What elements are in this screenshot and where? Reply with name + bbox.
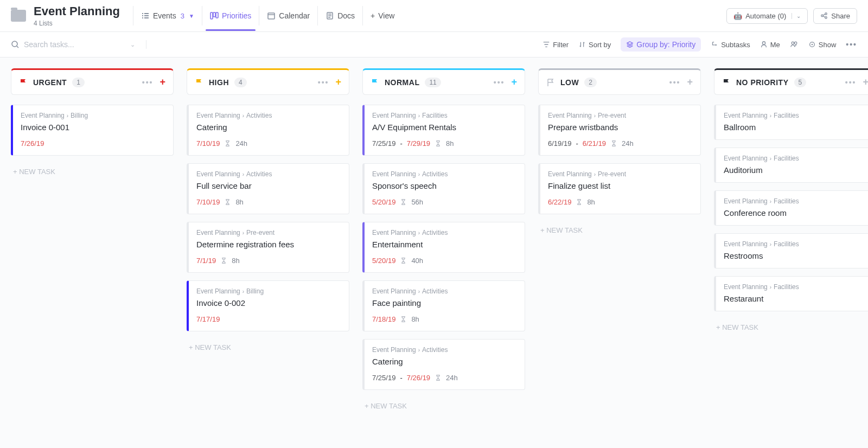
automate-button[interactable]: 🤖 Automate (0) ⌄ [726, 8, 808, 24]
card-title: Finalize guest list [548, 181, 693, 190]
breadcrumb: Event Planning›Activities [372, 229, 517, 236]
card-meta: 7/17/19 [196, 315, 341, 323]
subtask-icon [711, 41, 718, 48]
share-button[interactable]: Share [813, 8, 857, 24]
svg-point-10 [762, 42, 765, 44]
card-title: Invoice 0-002 [196, 298, 341, 308]
column-more-button[interactable]: ••• [669, 78, 681, 87]
breadcrumb: Event Planning›Activities [196, 112, 341, 119]
card-title: Catering [372, 357, 517, 366]
chevron-down-icon[interactable]: ⌄ [126, 41, 139, 48]
column-add-button[interactable]: + [335, 76, 341, 88]
card-title: Invoice 0-001 [21, 123, 165, 132]
tab-calendar[interactable]: Calendar [259, 6, 318, 25]
column-low: LOW 2 ••• + Event Planning›Pre-event Pre… [538, 68, 701, 239]
task-card[interactable]: Event Planning›Facilities Restaraunt [714, 276, 868, 311]
column-header-urgent: URGENT 1 ••• + [11, 68, 174, 95]
task-card[interactable]: Event Planning›Billing Invoice 0-002 7/1… [187, 280, 349, 331]
column-more-button[interactable]: ••• [318, 78, 329, 87]
svg-point-6 [825, 13, 827, 15]
card-date: 5/20/19 [372, 257, 395, 265]
svg-rect-3 [268, 13, 275, 19]
column-count: 5 [794, 78, 807, 87]
tab-events-label: Events [153, 11, 176, 20]
task-card[interactable]: Event Planning›Activities Catering 7/10/… [187, 105, 349, 156]
new-task-button[interactable]: + NEW TASK [362, 398, 525, 414]
subtasks-button[interactable]: Subtasks [711, 41, 750, 49]
board-icon [210, 11, 219, 20]
sort-icon [578, 41, 586, 48]
assignees-button[interactable] [790, 41, 799, 48]
card-date: 7/25/19 [372, 374, 395, 382]
card-title: Auditorium [724, 165, 868, 175]
column-count: 1 [72, 78, 85, 87]
task-card[interactable]: Event Planning›Activities Sponsor's spee… [362, 163, 525, 214]
column-header-high: HIGH 4 ••• + [187, 68, 349, 95]
column-add-button[interactable]: + [511, 76, 517, 88]
task-card[interactable]: Event Planning›Facilities A/V Equipment … [362, 105, 525, 156]
folder-icon [11, 10, 26, 22]
task-card[interactable]: Event Planning›Pre-event Prepare wristba… [538, 105, 701, 156]
new-task-button[interactable]: + NEW TASK [187, 339, 349, 356]
toolbar: ⌄ Filter Sort by Group by: Priority Subt… [0, 32, 868, 57]
header-bar: Event Planning 4 Lists Events 3 ▼ Priori… [0, 0, 868, 32]
card-date: 6/22/19 [548, 198, 571, 206]
task-card[interactable]: Event Planning›Facilities Auditorium [714, 148, 868, 183]
column-more-button[interactable]: ••• [142, 78, 154, 87]
new-task-button[interactable]: + NEW TASK [538, 222, 701, 239]
more-button[interactable]: ••• [846, 40, 857, 49]
breadcrumb: Event Planning›Facilities [724, 197, 868, 205]
tab-docs[interactable]: Docs [318, 6, 363, 25]
task-card[interactable]: Event Planning›Activities Full service b… [187, 163, 349, 214]
task-card[interactable]: Event Planning›Activities Entertainment … [362, 222, 525, 273]
column-add-button[interactable]: + [687, 76, 693, 88]
card-hours: 24h [446, 374, 458, 382]
card-title: Sponsor's speech [372, 181, 517, 190]
breadcrumb: Event Planning›Facilities [372, 112, 517, 119]
card-hours: 40h [411, 257, 423, 265]
hourglass-icon [220, 257, 227, 264]
card-date-end: 7/26/19 [407, 374, 430, 382]
robot-icon: 🤖 [733, 12, 742, 20]
column-more-button[interactable]: ••• [845, 78, 857, 87]
card-meta: 6/22/198h [548, 198, 693, 206]
column-add-button[interactable]: + [863, 76, 868, 88]
card-title: Ballroom [724, 123, 868, 132]
user-icon [760, 41, 768, 48]
task-card[interactable]: Event Planning›Pre-event Determine regis… [187, 222, 349, 273]
new-task-button[interactable]: + NEW TASK [714, 319, 868, 336]
filter-button[interactable]: Filter [542, 41, 569, 49]
svg-point-14 [811, 44, 813, 46]
task-card[interactable]: Event Planning›Facilities Ballroom [714, 105, 868, 140]
add-view-button[interactable]: + View [363, 6, 402, 25]
me-button[interactable]: Me [760, 41, 780, 49]
hourglass-icon [610, 140, 617, 147]
group-by-button[interactable]: Group by: Priority [621, 37, 701, 52]
breadcrumb: Event Planning›Facilities [724, 155, 868, 162]
task-card[interactable]: Event Planning›Activities Catering 7/25/… [362, 339, 525, 390]
flag-icon [722, 78, 731, 87]
new-task-button[interactable]: + NEW TASK [11, 163, 174, 180]
svg-point-7 [825, 17, 827, 19]
search-input[interactable] [24, 40, 122, 49]
tab-priorities[interactable]: Priorities [202, 6, 259, 25]
breadcrumb: Event Planning›Pre-event [548, 112, 693, 119]
task-card[interactable]: Event Planning›Activities Face painting … [362, 280, 525, 331]
column-more-button[interactable]: ••• [494, 78, 505, 87]
page-subtitle: 4 Lists [34, 20, 120, 27]
task-card[interactable]: Event Planning›Pre-event Finalize guest … [538, 163, 701, 214]
sort-button[interactable]: Sort by [578, 41, 611, 49]
card-title: Restaraunt [724, 294, 868, 303]
group-label: Group by: Priority [636, 40, 695, 49]
column-title: NO PRIORITY [736, 78, 789, 87]
tab-events[interactable]: Events 3 ▼ [133, 6, 202, 25]
task-card[interactable]: Event Planning›Facilities Conference roo… [714, 190, 868, 226]
automate-label: Automate (0) [745, 12, 786, 20]
task-card[interactable]: Event Planning›Facilities Restrooms [714, 233, 868, 268]
task-card[interactable]: Event Planning›Billing Invoice 0-001 7/2… [11, 105, 174, 156]
show-button[interactable]: Show [808, 41, 837, 49]
card-date-end: 7/29/19 [407, 139, 430, 148]
card-meta: 7/10/1924h [196, 139, 341, 148]
column-add-button[interactable]: + [159, 76, 165, 88]
breadcrumb: Event Planning›Activities [372, 170, 517, 178]
